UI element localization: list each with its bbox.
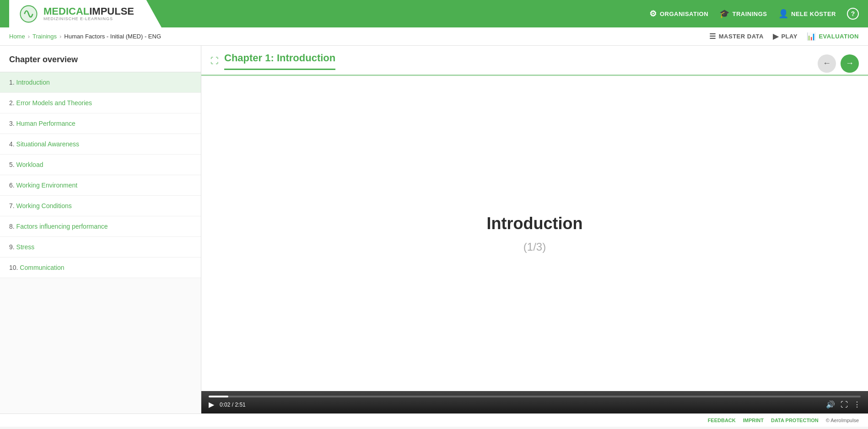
slide-title: Introduction: [487, 214, 583, 233]
video-controls-row: ▶ 0:02 / 2:51 🔊 ⛶ ⋮: [209, 400, 861, 409]
chapter-item-10[interactable]: 10. Communication: [0, 257, 201, 278]
expand-icon[interactable]: ⛶: [210, 56, 219, 66]
logo: MEDICALIMPULSE MEDIZINISCHE E-LEARNINGS: [9, 0, 162, 27]
breadcrumb-sep-2: ›: [59, 33, 61, 40]
video-more-button[interactable]: ⋮: [853, 400, 861, 409]
nav-buttons: ← →: [818, 54, 859, 73]
chapter-list: 1. Introduction 2. Error Models and Theo…: [0, 72, 201, 278]
header-navigation: ⚙ ORGANISATION 🎓 TRAININGS 👤 NELE KÖSTER…: [649, 8, 859, 20]
user-icon: 👤: [778, 9, 789, 19]
slide-subtitle: (1/3): [523, 241, 546, 253]
video-progress-bar[interactable]: [209, 396, 861, 397]
logo-icon: [18, 4, 39, 24]
top-header: MEDICALIMPULSE MEDIZINISCHE E-LEARNINGS …: [0, 0, 868, 27]
master-data-button[interactable]: ☰ MASTER DATA: [709, 32, 764, 41]
chapter-item-7[interactable]: 7. Working Conditions: [0, 196, 201, 216]
imprint-link[interactable]: IMPRINT: [743, 418, 764, 423]
slide-area: Introduction (1/3): [201, 76, 868, 391]
chapter-title: Chapter 1: Introduction: [224, 52, 335, 70]
video-progress-fill: [209, 396, 228, 397]
play-icon: ▶: [773, 32, 779, 41]
footer: FEEDBACK IMPRINT DATA PROTECTION © AeroI…: [0, 413, 868, 427]
feedback-link[interactable]: FEEDBACK: [708, 418, 736, 423]
evaluation-icon: 📊: [807, 32, 816, 41]
video-controls: ▶ 0:02 / 2:51 🔊 ⛶ ⋮: [201, 391, 868, 413]
chapter-item-4[interactable]: 4. Situational Awareness: [0, 134, 201, 155]
video-play-button[interactable]: ▶: [209, 400, 214, 409]
chapter-item-3[interactable]: 3. Human Performance: [0, 113, 201, 134]
prev-button[interactable]: ←: [818, 54, 836, 73]
sidebar-title: Chapter overview: [0, 46, 201, 72]
chapter-item-8[interactable]: 8. Factors influencing performance: [0, 216, 201, 237]
chapter-item-9[interactable]: 9. Stress: [0, 237, 201, 257]
breadcrumb-trainings[interactable]: Trainings: [32, 33, 57, 40]
video-volume-button[interactable]: 🔊: [826, 400, 835, 409]
trainings-icon: 🎓: [719, 9, 730, 19]
sidebar: Chapter overview 1. Introduction 2. Erro…: [0, 46, 201, 413]
main-layout: Chapter overview 1. Introduction 2. Erro…: [0, 46, 868, 413]
logo-brand: MEDICALIMPULSE: [43, 6, 134, 16]
data-protection-link[interactable]: DATA PROTECTION: [771, 418, 819, 423]
chapter-item-2[interactable]: 2. Error Models and Theories: [0, 93, 201, 113]
play-button[interactable]: ▶ PLAY: [773, 32, 798, 41]
content-area: ⛶ Chapter 1: Introduction ← → Introducti…: [201, 46, 868, 413]
breadcrumb-current: Human Factors - Initial (MED) - ENG: [64, 33, 161, 40]
gear-icon: ⚙: [649, 9, 657, 19]
chapter-item-1[interactable]: 1. Introduction: [0, 72, 201, 93]
video-right-controls: 🔊 ⛶ ⋮: [826, 400, 861, 409]
logo-subtitle: MEDIZINISCHE E-LEARNINGS: [43, 16, 134, 21]
chapter-header: ⛶ Chapter 1: Introduction ← →: [201, 46, 868, 76]
nav-user[interactable]: 👤 NELE KÖSTER: [778, 9, 836, 19]
video-left-controls: ▶ 0:02 / 2:51: [209, 400, 246, 409]
copyright: © AeroImpulse: [826, 418, 859, 423]
video-fullscreen-button[interactable]: ⛶: [841, 401, 848, 409]
breadcrumb-home[interactable]: Home: [9, 33, 25, 40]
breadcrumb-sep-1: ›: [28, 33, 30, 40]
breadcrumb-bar: Home › Trainings › Human Factors - Initi…: [0, 27, 868, 46]
chapter-title-row: ⛶ Chapter 1: Introduction: [210, 52, 335, 75]
master-data-icon: ☰: [709, 32, 716, 41]
breadcrumb: Home › Trainings › Human Factors - Initi…: [9, 33, 161, 40]
evaluation-button[interactable]: 📊 EVALUATION: [807, 32, 859, 41]
video-time: 0:02 / 2:51: [220, 402, 246, 408]
nav-organisation[interactable]: ⚙ ORGANISATION: [649, 9, 708, 19]
logo-text: MEDICALIMPULSE MEDIZINISCHE E-LEARNINGS: [43, 6, 134, 21]
chapter-item-5[interactable]: 5. Workload: [0, 155, 201, 175]
breadcrumb-actions: ☰ MASTER DATA ▶ PLAY 📊 EVALUATION: [709, 32, 859, 41]
help-button[interactable]: ?: [847, 8, 859, 20]
next-button[interactable]: →: [841, 54, 859, 73]
chapter-item-6[interactable]: 6. Working Environment: [0, 175, 201, 196]
nav-trainings[interactable]: 🎓 TRAININGS: [719, 9, 767, 19]
